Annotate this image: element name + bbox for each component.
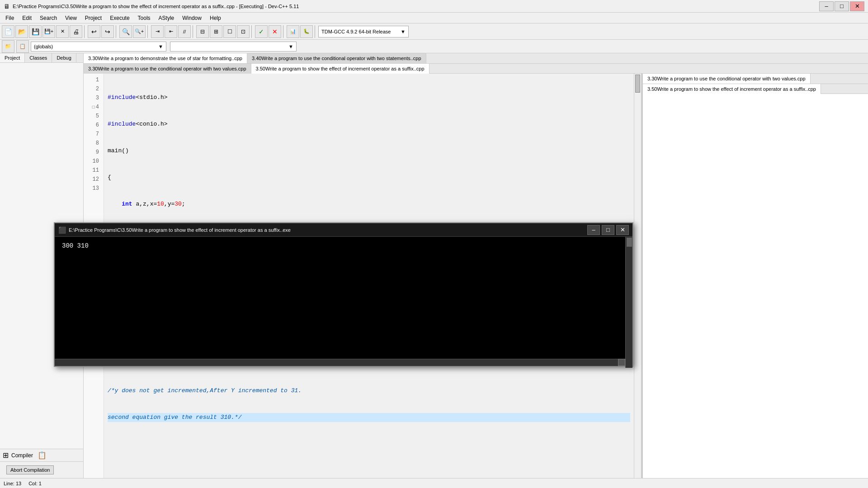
compile-error-button[interactable]: ✕ — [269, 25, 281, 38]
profile-button[interactable]: 📊 — [287, 25, 299, 38]
open-button[interactable]: 📂 — [15, 25, 28, 38]
redo-button[interactable]: ↪ — [101, 25, 114, 38]
function-dropdown[interactable]: ▼ — [170, 42, 297, 52]
compiler-grid-icon: ⊞ — [3, 451, 9, 460]
toolbar2: 📁 📋 (globals) ▼ ▼ — [0, 40, 868, 53]
code-line-3: main() — [108, 146, 630, 155]
menu-file[interactable]: File — [2, 14, 18, 22]
globals-dropdown[interactable]: (globals) ▼ — [31, 42, 166, 52]
menu-edit[interactable]: Edit — [19, 14, 35, 22]
unindent-button[interactable]: ⇤ — [165, 25, 177, 38]
tile-v-button[interactable]: ⊞ — [210, 25, 222, 38]
replace-button[interactable]: 🔍+ — [133, 25, 146, 38]
line-num-13: 13 — [84, 184, 101, 193]
tab-conditional-two[interactable]: 3.40Write a program to use the condition… — [247, 53, 426, 63]
line-num-5: 5 — [84, 112, 101, 121]
compiler-tab-label[interactable]: Compiler — [11, 452, 33, 459]
tab-bar: 3.30Write a program to demonstrate the u… — [84, 53, 868, 74]
tab-conditional-values[interactable]: 3.30Write a program to use the condition… — [84, 64, 251, 74]
separator6 — [283, 25, 285, 38]
line-num-9: 9 — [84, 148, 101, 157]
tab-formatting[interactable]: 3.30Write a program to demonstrate the u… — [84, 53, 247, 63]
console-title: E:\Practice Programs\C\3.50Write a progr… — [69, 227, 291, 233]
editor-scrollbar[interactable] — [634, 74, 641, 481]
indent-button[interactable]: ⇥ — [151, 25, 164, 38]
menu-view[interactable]: View — [61, 14, 80, 22]
console-icon: ⬛ — [58, 226, 66, 234]
right-tab-increment[interactable]: 3.50Write a program to show the effect o… — [643, 84, 821, 94]
console-output: 300 310 — [62, 242, 89, 249]
menu-window[interactable]: Window — [179, 14, 205, 22]
right-tab-conditional-values[interactable]: 3.30Write a program to use the condition… — [643, 74, 811, 84]
menu-astyle[interactable]: AStyle — [155, 14, 178, 22]
right-code-area[interactable] — [643, 94, 868, 488]
code-line-4: { — [108, 173, 630, 182]
console-minimize-button[interactable]: – — [587, 225, 600, 235]
print-button[interactable]: 🖨 — [70, 25, 82, 38]
minimize-button[interactable]: – — [819, 1, 834, 11]
console-close-button[interactable]: ✕ — [616, 225, 629, 235]
console-window: ⬛ E:\Practice Programs\C\3.50Write a pro… — [54, 222, 633, 367]
menu-tools[interactable]: Tools — [134, 14, 154, 22]
debug-button[interactable]: 🐛 — [300, 25, 313, 38]
menu-search[interactable]: Search — [36, 14, 61, 22]
new-button[interactable]: 📄 — [2, 25, 14, 38]
scrollbar-thumb[interactable] — [635, 75, 640, 93]
console-scrollbar[interactable] — [625, 237, 632, 368]
status-bar: Line: 13 Col: 1 — [0, 478, 868, 488]
abort-compilation-button[interactable]: Abort Compilation — [6, 465, 54, 474]
right-tab-bar: 3.30Write a program to use the condition… — [643, 74, 868, 94]
tab-row2: 3.30Write a program to use the condition… — [84, 63, 868, 73]
separator5 — [251, 25, 253, 38]
menu-execute[interactable]: Execute — [106, 14, 133, 22]
close-button[interactable]: ✕ — [850, 1, 864, 11]
save-button[interactable]: 💾 — [29, 25, 42, 38]
console-title-text: ⬛ E:\Practice Programs\C\3.50Write a pro… — [58, 226, 291, 234]
compiler-content: Abort Compilation — [0, 462, 83, 478]
status-col: Col: 1 — [28, 481, 42, 486]
toggle-comment-button[interactable]: // — [178, 25, 191, 38]
right-editor-panel: 3.30Write a program to use the condition… — [642, 74, 868, 488]
menu-project[interactable]: Project — [81, 14, 105, 22]
sidebar-tab-debug[interactable]: Debug — [52, 53, 76, 62]
console-content: 300 310 — [55, 237, 632, 366]
sidebar-tab-classes[interactable]: Classes — [25, 53, 52, 62]
close-file-button[interactable]: ✕ — [56, 25, 69, 38]
line-num-4: □4 — [84, 103, 101, 112]
console-controls: – □ ✕ — [587, 225, 629, 235]
search-button[interactable]: 🔍 — [119, 25, 132, 38]
line-num-6: 6 — [84, 121, 101, 130]
title-text: E:\Practice Programs\C\3.50Write a progr… — [13, 4, 299, 9]
separator2 — [116, 25, 118, 38]
sidebar-tabs: Project Classes Debug — [0, 53, 83, 63]
line-num-7: 7 — [84, 130, 101, 139]
code-line-13: second equation give the result 310.*/ — [108, 413, 630, 422]
separator7 — [315, 25, 316, 38]
toolbar2-btn1[interactable]: 📁 — [2, 40, 14, 53]
console-scrollbar-thumb[interactable] — [627, 238, 632, 247]
maximize-button[interactable]: □ — [835, 1, 849, 11]
toolbar: 📄 📂 💾 💾+ ✕ 🖨 ↩ ↪ 🔍 🔍+ ⇥ ⇤ // ⊟ ⊞ ☐ ⊡ ✓ ✕… — [0, 23, 868, 40]
toolbar2-btn2[interactable]: 📋 — [16, 40, 29, 53]
code-line-1: #include<stdio.h> — [108, 93, 630, 102]
tab-row1: 3.30Write a program to demonstrate the u… — [84, 53, 868, 63]
console-h-scrollbar[interactable] — [55, 359, 625, 366]
next-window-button[interactable]: ⊡ — [237, 25, 250, 38]
save-all-button[interactable]: 💾+ — [42, 25, 55, 38]
compiler-dropdown[interactable]: TDM-GCC 4.9.2 64-bit Release ▼ — [318, 26, 409, 38]
tab-increment-suffix[interactable]: 3.50Write a program to show the effect o… — [251, 64, 429, 74]
undo-button[interactable]: ↩ — [88, 25, 100, 38]
separator3 — [147, 25, 149, 38]
tile-h-button[interactable]: ⊟ — [196, 25, 209, 38]
cascade-button[interactable]: ☐ — [223, 25, 236, 38]
code-line-5: int a,z,x=10,y=30; — [108, 200, 630, 209]
right-tab-row2: 3.50Write a program to show the effect o… — [643, 84, 868, 94]
menu-help[interactable]: Help — [206, 14, 225, 22]
compile-check-button[interactable]: ✓ — [255, 25, 268, 38]
console-maximize-button[interactable]: □ — [602, 225, 614, 235]
line-num-3: 3 — [84, 94, 101, 103]
console-title-bar: ⬛ E:\Practice Programs\C\3.50Write a pro… — [55, 223, 632, 237]
sidebar-tab-project[interactable]: Project — [0, 53, 25, 62]
separator1 — [84, 25, 86, 38]
line-num-12: 12 — [84, 175, 101, 184]
